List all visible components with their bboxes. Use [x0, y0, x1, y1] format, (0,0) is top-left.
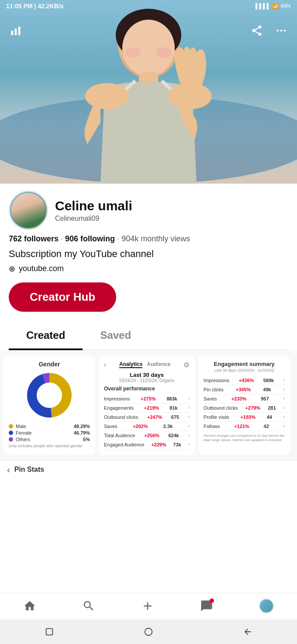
search-icon	[82, 599, 95, 613]
profile-header: Celine umali Celineumali09	[9, 191, 288, 230]
svg-line-19	[255, 31, 259, 34]
tab-analytics[interactable]: Analytics	[119, 361, 142, 368]
eng-row-0[interactable]: Impressions +436% 589k ›	[204, 376, 285, 385]
profile-name-block: Celine umali Celineumali09	[55, 198, 132, 223]
analytics-row-3[interactable]: Saves +202% 2.3k ›	[104, 422, 190, 431]
nav-add[interactable]	[141, 599, 154, 613]
analytics-row-4[interactable]: Total Audience +256% 624k ›	[104, 431, 190, 440]
share-button[interactable]	[248, 22, 266, 42]
filter-icon[interactable]: ⚙	[183, 361, 190, 369]
eng-row-1[interactable]: Pin clicks +345% 49k ›	[204, 385, 285, 394]
eng-row-5[interactable]: Follows +121% 42 ›	[204, 422, 285, 431]
row-label-0: Impressions	[104, 396, 130, 401]
eng-row-3[interactable]: Outbound clicks +279% 281 ›	[204, 404, 285, 413]
male-label: Male	[16, 424, 26, 429]
analytics-nav: ‹ Analytics Audience ⚙	[104, 361, 190, 369]
android-home-button[interactable]	[142, 626, 155, 638]
engagement-subtitle: Last 30 days (10/24/24 - 11/23/24)	[204, 368, 285, 372]
analytics-row-5[interactable]: Engaged Audience +229% 73k ›	[104, 440, 190, 449]
android-back-button[interactable]	[242, 626, 254, 638]
engagement-title: Engagement summary	[204, 361, 285, 367]
row-arrow-3: ›	[188, 424, 190, 428]
analytics-row-0[interactable]: Impressions +275% 883k ›	[104, 394, 190, 404]
analytics-prev-icon[interactable]: ‹	[104, 361, 106, 369]
legend-others: Others 5%	[9, 437, 90, 442]
eng-change-4: +193%	[240, 414, 256, 420]
eng-label-2: Saves	[204, 396, 217, 401]
row-change-1: +219%	[144, 405, 159, 411]
following-count: 906 following	[65, 234, 115, 243]
content-area: Gender Male 48.29% Female 46.79%	[0, 350, 297, 460]
eng-value-0: 589k	[263, 378, 274, 383]
globe-icon: ⊕	[9, 264, 15, 274]
row-change-4: +256%	[144, 433, 159, 438]
analytics-section-title: Overall performance	[104, 386, 190, 392]
row-arrow-5: ›	[188, 442, 190, 447]
row-value-3: 2.3k	[163, 424, 173, 429]
svg-point-21	[277, 30, 279, 32]
profile-section: Celine umali Celineumali09 762 followers…	[0, 184, 297, 322]
eng-change-3: +279%	[245, 405, 260, 411]
svg-rect-14	[15, 28, 17, 35]
row-value-2: 675	[171, 414, 179, 420]
separator-dot2: ·	[117, 234, 121, 243]
home-icon	[23, 599, 36, 613]
svg-rect-28	[46, 629, 53, 635]
row-value-4: 624k	[168, 433, 179, 438]
tabs-row: Created Saved	[9, 322, 288, 350]
bottom-nav	[0, 593, 297, 618]
legend-male: Male 48.29%	[9, 424, 90, 429]
svg-point-29	[145, 628, 152, 636]
nav-profile[interactable]	[259, 599, 274, 613]
pin-stats-back-icon[interactable]: ‹	[7, 465, 10, 475]
profile-link[interactable]: ⊕ youtube.com	[9, 264, 288, 274]
nav-messages[interactable]	[200, 599, 213, 613]
row-label-2: Outbound clicks	[104, 414, 138, 420]
analytics-row-2[interactable]: Outbound clicks +247% 675 ›	[104, 413, 190, 422]
eng-label-3: Outbound clicks	[204, 405, 238, 411]
hero-image: 11:05 PM | 42.2KB/s ▌▌▌▌ 📶 49%	[0, 0, 297, 184]
creator-hub-button[interactable]: Creator Hub	[9, 282, 116, 312]
analytics-card: ‹ Analytics Audience ⚙ Last 30 days 10/2…	[99, 355, 195, 455]
add-icon	[141, 599, 154, 613]
profile-bio: Subscription my YouTube channel	[9, 248, 288, 261]
more-options-button[interactable]	[273, 22, 290, 42]
tab-saved[interactable]: Saved	[83, 322, 148, 350]
analytics-rows: Impressions +275% 883k › Engagements +21…	[104, 394, 190, 449]
others-dot	[9, 437, 13, 442]
monthly-views: 904k monthly views	[121, 234, 190, 243]
battery-icon: 49%	[280, 3, 291, 9]
analytics-period: Last 30 days	[104, 372, 190, 378]
signal-icon: ▌▌▌▌	[256, 3, 270, 9]
eng-row-2[interactable]: Saves +233% 957 ›	[204, 394, 285, 404]
eng-change-1: +345%	[236, 387, 251, 392]
stats-button[interactable]	[7, 22, 24, 42]
row-change-3: +202%	[133, 424, 148, 429]
analytics-row-1[interactable]: Engagements +219% 81k ›	[104, 404, 190, 413]
row-value-0: 883k	[166, 396, 177, 401]
analytics-tabs: Analytics Audience	[119, 361, 170, 368]
row-change-0: +275%	[141, 396, 156, 401]
eng-row-4[interactable]: Profile visits +193% 44 ›	[204, 413, 285, 422]
svg-point-23	[284, 30, 286, 32]
svg-line-20	[255, 28, 259, 30]
nav-home[interactable]	[23, 599, 36, 613]
tab-created[interactable]: Created	[9, 322, 83, 350]
analytics-subperiod: 10/24/24 - 11/23/24, Organic	[104, 378, 190, 383]
eng-label-1: Pin clicks	[204, 387, 224, 392]
female-pct: 46.79%	[74, 430, 90, 435]
svg-point-11	[85, 83, 129, 109]
row-arrow-2: ›	[188, 414, 190, 419]
row-change-5: +229%	[151, 442, 166, 447]
gender-note: Only includes people who reported gender	[9, 444, 90, 449]
avatar[interactable]	[9, 191, 48, 230]
svg-rect-13	[11, 31, 14, 35]
nav-search[interactable]	[82, 599, 95, 613]
row-arrow-4: ›	[188, 433, 190, 438]
nav-avatar	[259, 599, 274, 613]
gender-card: Gender Male 48.29% Female 46.79%	[3, 355, 95, 455]
followers-count: 762 followers	[9, 234, 59, 243]
legend-female: Female 46.79%	[9, 430, 90, 435]
tab-audience[interactable]: Audience	[147, 361, 170, 368]
android-recent-button[interactable]	[43, 626, 55, 638]
